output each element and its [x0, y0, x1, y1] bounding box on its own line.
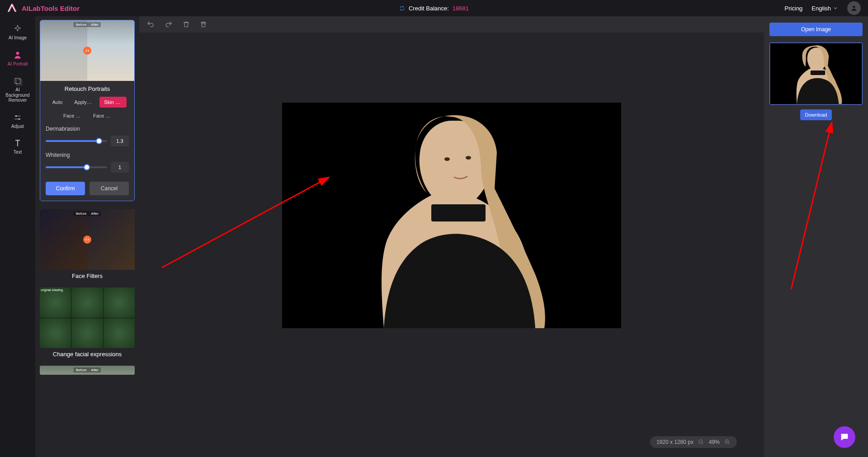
annotation-arrow-2 — [787, 118, 841, 298]
open-image-button[interactable]: Open Image — [769, 23, 863, 36]
nav-bg-remover[interactable]: AI Background Remover — [2, 73, 33, 107]
nav-ai-image[interactable]: AI Image — [2, 21, 33, 44]
svg-rect-3 — [17, 80, 22, 85]
crop-icon — [13, 76, 22, 85]
svg-point-9 — [466, 156, 471, 160]
refresh-icon[interactable] — [399, 5, 405, 11]
svg-point-8 — [444, 157, 450, 161]
credit-balance: Credit Balance: 18681 — [399, 5, 469, 12]
tab-auto[interactable]: Auto — [48, 97, 67, 108]
tab-skin-beauty[interactable]: Skin Be... — [99, 97, 127, 108]
before-label: Before — [74, 211, 89, 216]
before-label: Before — [74, 367, 89, 372]
svg-line-15 — [791, 122, 832, 289]
canvas-content[interactable] — [139, 33, 764, 457]
credit-value: 18681 — [453, 5, 469, 12]
zoom-in-icon[interactable] — [724, 439, 731, 445]
credit-label: Credit Balance: — [409, 5, 449, 12]
slider-value[interactable]: 1 — [111, 162, 129, 173]
after-label: After — [89, 367, 101, 372]
redo-icon[interactable] — [165, 20, 173, 28]
app-header: AILabTools Editor Credit Balance: 18681 … — [0, 0, 868, 16]
sparkle-icon — [13, 24, 22, 33]
nav-label: AI Portrait — [8, 61, 28, 66]
app-name: AILabTools Editor — [22, 5, 80, 12]
person-icon — [13, 51, 22, 60]
right-panel: Open Image Download — [764, 16, 868, 457]
tool-title: Retouch Portraits — [40, 85, 134, 92]
tools-panel: Before After Retouch Portraits Auto Appl… — [35, 16, 139, 457]
canvas-area: 1920 x 1280 px 49% — [139, 16, 764, 457]
original-label: original drawing — [41, 288, 63, 292]
svg-rect-14 — [811, 71, 825, 75]
next-preview: Before After — [40, 366, 135, 375]
nav-label: AI Background Remover — [5, 87, 29, 103]
slider-label: Dermabrasion — [46, 126, 129, 132]
chat-bubble[interactable] — [834, 426, 855, 448]
user-icon — [850, 5, 858, 12]
trash-icon[interactable] — [183, 21, 190, 28]
filters-preview: Before After — [40, 209, 135, 270]
before-label: Before — [74, 22, 89, 27]
clear-all-icon[interactable] — [200, 21, 207, 28]
canvas-toolbar — [139, 16, 764, 33]
tab-face-slim[interactable]: Face Sli... — [89, 110, 116, 121]
svg-point-5 — [19, 118, 20, 119]
tool-title: Change facial expressions — [40, 351, 135, 358]
before-after-labels: Before After — [74, 22, 101, 27]
slider-value[interactable]: 1.3 — [111, 136, 129, 146]
svg-rect-7 — [431, 204, 486, 221]
confirm-button[interactable]: Confirm — [46, 182, 85, 195]
slider-label: Whitening — [46, 152, 129, 158]
nav-ai-portrait[interactable]: AI Portrait — [2, 47, 33, 71]
after-label: After — [89, 22, 101, 27]
slider-dermabrasion: Dermabrasion 1.3 — [40, 124, 134, 150]
tab-apply-makeup[interactable]: Apply M... — [70, 97, 97, 108]
tool-next[interactable]: Before After — [40, 366, 135, 375]
tab-face-beauty[interactable]: Face Be... — [59, 110, 86, 121]
undo-icon[interactable] — [146, 20, 155, 28]
after-label: After — [89, 211, 101, 216]
language-selector[interactable]: English — [811, 5, 838, 12]
slider-track[interactable] — [46, 140, 107, 142]
sliders-icon — [13, 113, 22, 122]
chevron-down-icon — [833, 5, 838, 11]
canvas-image — [282, 103, 621, 328]
tool-change-expressions[interactable]: original drawing Change facial expressio… — [40, 287, 135, 358]
text-icon — [13, 139, 22, 148]
expressions-preview: original drawing — [40, 287, 135, 348]
nav-label: Adjust — [11, 124, 24, 129]
slider-track[interactable] — [46, 166, 107, 168]
nav-text[interactable]: Text — [2, 135, 33, 159]
nav-adjust[interactable]: Adjust — [2, 109, 33, 133]
svg-rect-2 — [15, 78, 20, 84]
slider-whitening: Whitening 1 — [40, 150, 134, 176]
before-after-labels: Before After — [74, 367, 101, 372]
image-dimensions: 1920 x 1280 px — [656, 439, 693, 445]
language-label: English — [811, 5, 831, 12]
zoom-info: 1920 x 1280 px 49% — [650, 436, 737, 448]
before-after-labels: Before After — [74, 211, 101, 216]
svg-point-1 — [16, 52, 19, 55]
pricing-link[interactable]: Pricing — [785, 5, 803, 12]
retouch-tabs: Auto Apply M... Skin Be... Face Be... Fa… — [40, 92, 134, 124]
zoom-out-icon[interactable] — [698, 439, 704, 445]
left-nav: AI Image AI Portrait AI Background Remov… — [0, 16, 35, 457]
compare-handle-icon — [83, 47, 91, 55]
image-thumbnail[interactable] — [769, 42, 863, 105]
compare-handle-icon — [83, 236, 91, 244]
download-button[interactable]: Download — [800, 109, 832, 120]
logo[interactable]: AILabTools Editor — [7, 3, 80, 14]
logo-icon — [7, 3, 18, 14]
svg-point-4 — [15, 115, 17, 117]
tool-retouch-portraits: Before After Retouch Portraits Auto Appl… — [40, 20, 135, 201]
tool-face-filters[interactable]: Before After Face Filters — [40, 209, 135, 279]
svg-point-0 — [853, 6, 855, 8]
zoom-level: 49% — [709, 439, 720, 445]
cancel-button[interactable]: Cancel — [90, 182, 129, 195]
nav-label: AI Image — [9, 35, 27, 40]
tool-title: Face Filters — [40, 273, 135, 279]
user-avatar[interactable] — [847, 1, 861, 15]
nav-label: Text — [14, 150, 22, 155]
retouch-preview[interactable]: Before After — [40, 20, 134, 81]
